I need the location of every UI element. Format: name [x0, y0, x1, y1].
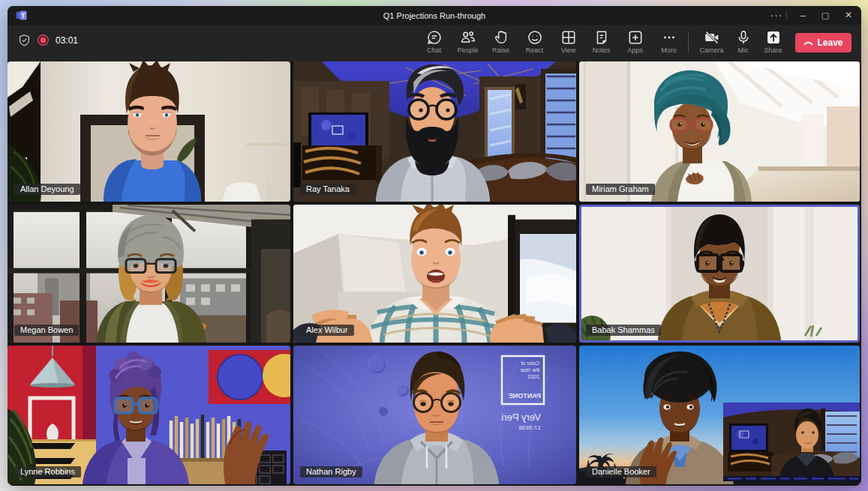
svg-text:2022: 2022 [527, 374, 539, 379]
svg-text:Color of: Color of [521, 361, 539, 366]
svg-text:Very Peri: Very Peri [501, 412, 541, 423]
svg-text:the Year: the Year [520, 367, 539, 373]
svg-text:17-3938: 17-3938 [518, 424, 541, 431]
svg-text:PANTONE: PANTONE [509, 392, 541, 400]
